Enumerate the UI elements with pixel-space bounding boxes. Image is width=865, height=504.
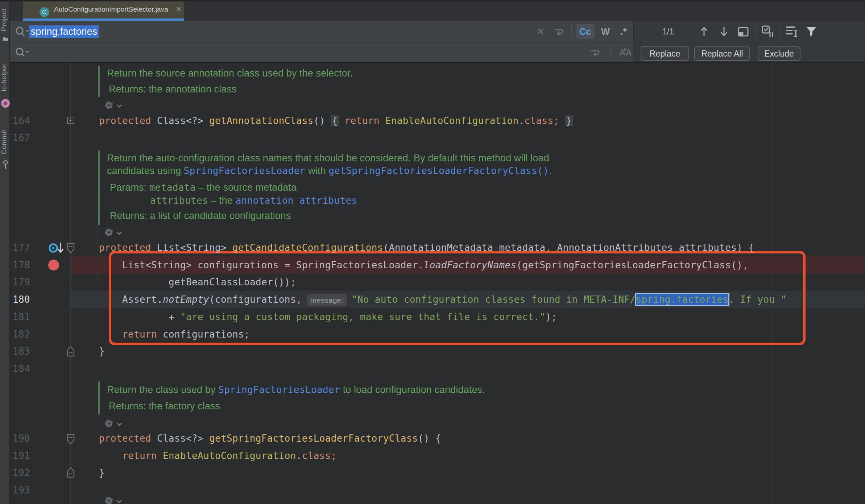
code-token: ; (551, 311, 557, 322)
clear-icon[interactable]: ✕ (535, 26, 546, 37)
project-folder-icon[interactable] (2, 36, 9, 42)
regex-toggle[interactable]: .* (616, 25, 631, 38)
doc-comment-line: Return the source annotation class used … (107, 65, 353, 81)
select-all-occurrences-icon[interactable] (761, 25, 775, 38)
code-token (203, 433, 209, 444)
editor[interactable]: 1641671771781791801811821831841901911921… (11, 63, 865, 504)
exclude-button[interactable]: Exclude (758, 46, 800, 61)
code-token: . (519, 115, 525, 126)
code-line[interactable]: List<String> configurations = SpringFact… (99, 256, 748, 274)
code-token: return (122, 450, 157, 461)
rendered-doc-toggle-icon[interactable] (103, 419, 123, 431)
code-token: List<String> configurations = SpringFact… (122, 260, 424, 270)
code-line[interactable]: return EnableAutoConfiguration.class; (99, 447, 337, 464)
tab-title[interactable]: AutoConfigurationImportSelector.java (54, 0, 168, 18)
code-token: getCandidateConfigurations (232, 242, 383, 253)
line-number[interactable]: 164 (11, 112, 30, 129)
line-number[interactable]: 177 (11, 239, 30, 256)
code-token: ; (331, 450, 337, 461)
line-number[interactable]: 191 (11, 447, 30, 464)
line-number[interactable]: 182 (11, 326, 30, 343)
newline-icon[interactable] (589, 47, 602, 58)
preserve-case-toggle[interactable]: AA (615, 47, 637, 58)
fold-marker-icon[interactable] (67, 467, 75, 479)
replace-field[interactable] (10, 42, 633, 62)
doc-comment-bar (98, 150, 100, 225)
rendered-doc-toggle-icon[interactable] (103, 100, 123, 113)
line-number[interactable]: 178 (11, 256, 30, 274)
code-token: protected (99, 433, 151, 444)
code-line[interactable]: getBeanClassLoader()); (99, 273, 296, 291)
line-number[interactable]: 192 (11, 464, 30, 482)
breakpoint-icon[interactable] (48, 260, 59, 270)
code-token: (getSpringFactoriesLoaderFactoryClass() (517, 260, 743, 270)
row-separator (10, 42, 865, 42)
fold-marker-icon[interactable] (67, 346, 75, 358)
code-line[interactable]: protected Class<?> getAnnotationClass() … (99, 112, 573, 129)
match-case-toggle[interactable]: Cc (576, 24, 595, 39)
code-line[interactable]: protected Class<?> getSpringFactoriesLoa… (99, 430, 441, 447)
tab-close-icon[interactable]: ✕ (175, 0, 182, 18)
line-number[interactable]: 167 (11, 129, 30, 146)
line-number[interactable]: 184 (11, 360, 30, 377)
line-number[interactable]: 183 (11, 343, 30, 360)
rendered-doc-toggle-icon[interactable] (103, 228, 123, 240)
doc-text[interactable]: SpringFactoriesLoader (218, 384, 340, 395)
code-token: + (169, 311, 180, 322)
doc-comment-bar (98, 381, 100, 414)
divider (610, 45, 611, 60)
fold-marker-icon[interactable] (67, 434, 75, 446)
line-number[interactable]: 181 (11, 308, 30, 326)
doc-text: to load configuration candidates. (340, 384, 485, 395)
open-in-find-window-icon[interactable] (737, 26, 749, 37)
replace-button[interactable]: Replace (641, 46, 689, 61)
search-icon[interactable] (15, 26, 30, 38)
line-number[interactable]: 193 (11, 482, 30, 499)
code-token: loadFactoryNames (424, 260, 517, 270)
code-line[interactable]: Assert.notEmpty(configurations,message:"… (99, 291, 786, 308)
doc-comment-line: Returns: the factory class (109, 398, 220, 414)
commit-icon[interactable] (2, 160, 9, 170)
code-token: class (525, 115, 554, 126)
doc-text: Returns: a list of candidate configurati… (110, 210, 291, 221)
code-token: getSpringFactoriesLoaderFactoryClass (209, 433, 418, 444)
code-line[interactable]: } (99, 464, 105, 482)
doc-text[interactable]: SpringFactoriesLoader (184, 165, 306, 176)
lc-helper-icon[interactable] (1, 99, 10, 108)
doc-text[interactable]: annotation attributes (236, 195, 357, 206)
search-options-icon[interactable] (785, 25, 799, 38)
doc-comment-line: attributes – the annotation attributes (150, 193, 357, 208)
newline-icon[interactable] (552, 26, 566, 37)
code-line[interactable]: + "are using a custom packaging, make su… (99, 308, 557, 326)
code-token: AnnotationAttributes attributes) { (551, 242, 754, 253)
doc-text[interactable]: getSpringFactoriesLoaderFactoryClass() (328, 165, 549, 176)
sidebar-item-commit[interactable]: Commit (0, 126, 10, 158)
code-token (151, 115, 157, 126)
search-input[interactable]: spring.factories (29, 25, 99, 38)
sidebar-item-lc-helper[interactable]: lc-helper (0, 59, 10, 95)
doc-text: candidates using (107, 165, 184, 176)
next-occurrence-icon[interactable] (718, 25, 730, 38)
rendered-doc-toggle-icon[interactable] (103, 496, 123, 504)
replace-all-button[interactable]: Replace All (694, 46, 750, 61)
fold-expand-icon[interactable]: + (67, 117, 74, 124)
code-token: ; (554, 115, 559, 126)
code-token: configurations (157, 329, 244, 340)
code-line[interactable]: } (99, 343, 105, 360)
doc-comment-line: Returns: a list of candidate configurati… (110, 208, 291, 224)
replace-icon[interactable] (15, 47, 30, 58)
line-number[interactable]: 179 (11, 273, 30, 291)
filter-icon[interactable] (805, 26, 818, 37)
line-number[interactable]: 190 (11, 430, 30, 447)
implement-arrow-icon[interactable] (57, 242, 65, 256)
line-number[interactable]: 180 (11, 291, 30, 308)
search-row: spring.factories ✕ Cc W .* 1/1 (10, 21, 865, 42)
previous-occurrence-icon[interactable] (698, 25, 710, 38)
sidebar-item-project[interactable]: Project (0, 5, 10, 34)
code-line[interactable]: return configurations; (99, 326, 250, 343)
words-toggle[interactable]: W (598, 26, 613, 37)
code-line[interactable]: protected List<String> getCandidateConfi… (99, 239, 754, 256)
doc-text: Returns: the annotation class (109, 84, 237, 95)
fold-marker-icon[interactable] (67, 243, 75, 255)
doc-text: Return the source annotation class used … (107, 68, 353, 79)
